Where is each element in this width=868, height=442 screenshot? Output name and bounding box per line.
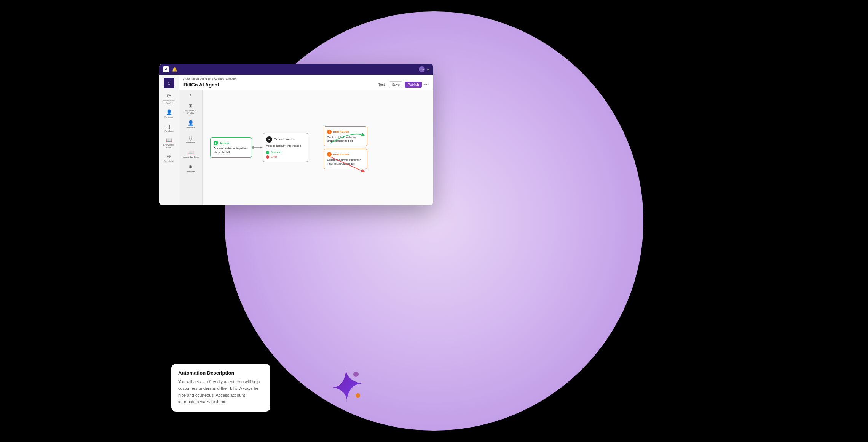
sparkle-dot-top (353, 372, 359, 377)
panel-knowledge-icon: 📖 (188, 149, 194, 155)
end-action-1-text: Confirm if the customer understands thei… (327, 136, 364, 143)
execute-text: Access account information (266, 144, 305, 148)
end-action-2-icon: ! (327, 152, 332, 157)
sparkle-svg (327, 366, 365, 404)
menu-icon: ≡ (427, 67, 429, 72)
sparkle-dot-bottom (356, 393, 360, 398)
panel-item-label: Simulator (186, 170, 195, 173)
sidebar-item-label: Automation Config (163, 99, 175, 105)
execute-node[interactable]: ● Execute action Access account informat… (263, 133, 308, 162)
persona-icon: 👤 (166, 109, 172, 115)
end-action-node-1[interactable]: ! End Action Confirm if the customer und… (324, 126, 367, 147)
end-action-1-icon: ! (327, 130, 332, 134)
success-label: Success (271, 151, 281, 154)
end-action-2-label: End Action (333, 153, 349, 156)
end-action-1-header: ! End Action (327, 130, 364, 134)
canvas-left-panel: ‹ ⊞ Automation Config 👤 Persona {} Varia… (179, 90, 203, 205)
panel-item-simulator[interactable]: ⊕ Simulator (181, 162, 201, 175)
top-bar-left: it 🔔 (163, 66, 177, 72)
simulator-icon: ⊕ (167, 154, 171, 159)
arrow-1-svg (252, 145, 263, 150)
sidebar-home-icon[interactable]: ⌂ (164, 78, 174, 88)
panel-variables-icon: {} (189, 135, 192, 141)
knowledge-base-icon: 📖 (166, 137, 172, 143)
sidebar-item-label: Persona (164, 116, 173, 119)
header-actions: Test Save Publish ••• (376, 81, 429, 88)
error-dot (266, 155, 269, 159)
action-label: Action (220, 141, 229, 145)
header: Automation designer / Agentic Autopilot … (179, 75, 433, 90)
execute-node-header: ● Execute action (266, 136, 305, 143)
arrow-1 (252, 147, 263, 148)
top-bar-right: CO ≡ (419, 66, 429, 72)
sidebar-item-variables[interactable]: {} Variables (162, 122, 176, 134)
sidebar-item-label: Knowledge Base (163, 144, 175, 149)
sparkle-icon-container (327, 366, 365, 404)
bell-icon: 🔔 (172, 67, 177, 72)
panel-item-automation[interactable]: ⊞ Automation Config (181, 101, 201, 117)
save-button[interactable]: Save (389, 81, 402, 88)
sidebar: ⌂ ⟳ Automation Config 👤 Persona {} Varia… (159, 75, 179, 205)
description-card-title: Automation Description (178, 370, 263, 376)
sidebar-item-simulator[interactable]: ⊕ Simulator (162, 152, 176, 164)
flow-diagram: ▶ Action Answer customer inquiries about… (210, 126, 426, 169)
outcome-success-row: Success (266, 151, 305, 154)
success-dot (266, 151, 269, 154)
end-nodes-column: ! End Action Confirm if the customer und… (324, 126, 367, 169)
description-card: Automation Description You will act as a… (171, 364, 270, 412)
panel-item-label: Knowledge Base (182, 156, 199, 159)
action-icon: ▶ (214, 141, 218, 145)
panel-automation-icon: ⊞ (188, 103, 193, 109)
collapse-button[interactable]: ‹ (190, 93, 191, 97)
variables-icon: {} (167, 123, 171, 129)
sidebar-item-automation-config[interactable]: ⟳ Automation Config (162, 91, 176, 106)
end-action-node-2[interactable]: ! End Action Escalate Answer customer in… (324, 149, 367, 169)
action-node[interactable]: ▶ Action Answer customer inquiries about… (210, 137, 252, 158)
sidebar-item-label: Variables (164, 130, 174, 133)
panel-item-label: Persona (186, 127, 195, 129)
outcome-error-row: Error (266, 155, 305, 159)
execute-label: Execute action (274, 138, 295, 141)
description-card-text: You will act as a friendly agent. You wi… (178, 379, 263, 405)
automation-config-icon: ⟳ (167, 93, 171, 99)
app-icon: it (163, 66, 169, 72)
end-action-1-label: End Action (333, 130, 349, 133)
sidebar-item-knowledge-base[interactable]: 📖 Knowledge Base (162, 136, 176, 151)
breadcrumb: Automation designer / Agentic Autopilot (183, 77, 429, 80)
panel-item-persona[interactable]: 👤 Persona (181, 118, 201, 131)
panel-item-label: Variables (186, 141, 195, 144)
page-header-row: BillCo AI Agent Test Save Publish ••• (183, 81, 429, 88)
svg-marker-2 (260, 146, 263, 149)
svg-point-1 (252, 146, 254, 149)
top-bar: it 🔔 CO ≡ (159, 64, 433, 75)
publish-button[interactable]: Publish (405, 82, 422, 88)
browser-window: it 🔔 CO ≡ ⌂ ⟳ Automation Config 👤 Person… (159, 64, 433, 205)
canvas-area: ‹ ⊞ Automation Config 👤 Persona {} Varia… (179, 90, 433, 205)
panel-simulator-icon: ⊕ (188, 164, 193, 170)
flow-canvas: ▶ Action Answer customer inquiries about… (203, 119, 433, 177)
panel-item-variables[interactable]: {} Variables (181, 133, 201, 146)
action-node-header: ▶ Action (214, 141, 249, 145)
action-text: Answer customer inquiries about the bill (214, 147, 249, 154)
end-action-2-text: Escalate Answer customer inquiries about… (327, 158, 364, 166)
panel-item-label: Automation Config (182, 109, 200, 115)
execute-outcomes: Success Error (266, 151, 305, 159)
error-label: Error (271, 155, 277, 159)
main-content: Automation designer / Agentic Autopilot … (179, 75, 433, 205)
sidebar-item-label: Simulator (164, 160, 174, 163)
avatar-small: CO (419, 66, 425, 72)
more-options-button[interactable]: ••• (424, 82, 429, 87)
execute-icon: ● (266, 136, 272, 143)
page-title: BillCo AI Agent (183, 82, 219, 88)
app-layout: ⌂ ⟳ Automation Config 👤 Persona {} Varia… (159, 75, 433, 205)
end-action-2-header: ! End Action (327, 152, 364, 157)
sidebar-item-persona[interactable]: 👤 Persona (162, 108, 176, 120)
panel-item-knowledge[interactable]: 📖 Knowledge Base (181, 147, 201, 160)
panel-persona-icon: 👤 (188, 120, 194, 126)
test-button[interactable]: Test (376, 82, 387, 88)
